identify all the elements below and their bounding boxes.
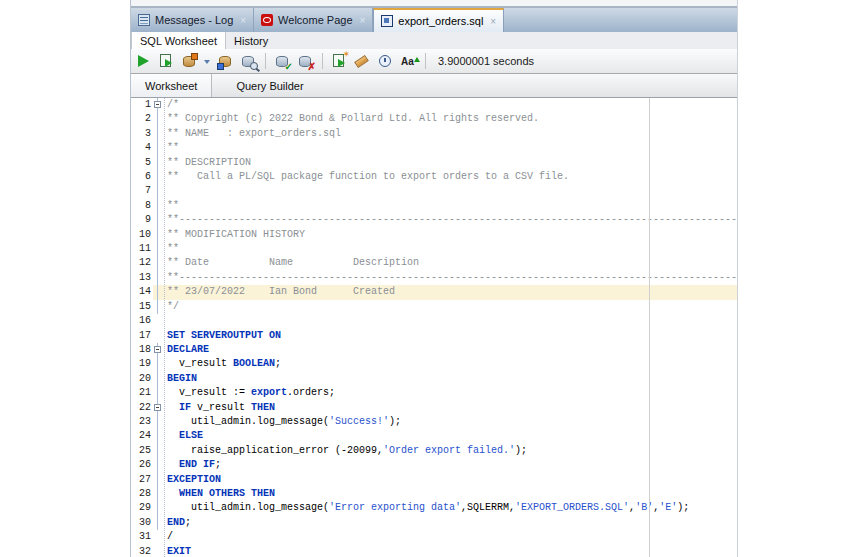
commit-icon[interactable]: ✓ xyxy=(274,53,291,70)
fold-gutter xyxy=(153,530,163,544)
tab-label: Welcome Page xyxy=(278,14,352,26)
tab-label: Messages - Log xyxy=(155,14,233,26)
code-line[interactable]: 19 v_result BOOLEAN; xyxy=(131,357,737,371)
code-editor[interactable]: 1/*2** Copyright (c) 2022 Bond & Pollard… xyxy=(131,98,737,557)
code-line[interactable]: 18DECLARE xyxy=(131,343,737,357)
unshared-worksheet-icon[interactable]: ✶ xyxy=(331,53,348,70)
fold-toggle-icon[interactable] xyxy=(154,404,161,411)
sql-history-icon[interactable] xyxy=(377,53,394,70)
code-line[interactable]: 4** xyxy=(131,141,737,155)
tab-sql-worksheet[interactable]: SQL Worksheet xyxy=(131,32,226,49)
tab-label: SQL Worksheet xyxy=(140,35,217,47)
code-line[interactable]: 7 xyxy=(131,184,737,198)
close-icon[interactable]: × xyxy=(240,15,246,26)
line-number: 30 xyxy=(131,516,153,530)
code-text: WHEN OTHERS THEN xyxy=(163,487,737,501)
code-text: END IF; xyxy=(163,458,737,472)
close-icon[interactable]: × xyxy=(490,16,496,27)
line-number: 28 xyxy=(131,487,153,501)
code-line[interactable]: 30END; xyxy=(131,516,737,530)
code-line[interactable]: 15*/ xyxy=(131,300,737,314)
code-line[interactable]: 21 v_result := export.orders; xyxy=(131,386,737,400)
code-line[interactable]: 22 IF v_result THEN xyxy=(131,401,737,415)
code-line[interactable]: 13**------------------------------------… xyxy=(131,271,737,285)
code-text: ** Date Name Description xyxy=(163,256,737,270)
autotrace-icon[interactable] xyxy=(181,53,198,70)
line-number: 18 xyxy=(131,343,153,357)
code-text: v_result BOOLEAN; xyxy=(163,357,737,371)
tab-messages-log[interactable]: Messages - Log × xyxy=(131,8,254,32)
fold-toggle-icon[interactable] xyxy=(154,346,161,353)
run-script-icon[interactable] xyxy=(158,53,175,70)
toolbar-separator xyxy=(425,53,426,69)
tab-worksheet[interactable]: Worksheet xyxy=(131,74,212,97)
clear-icon[interactable] xyxy=(354,53,371,70)
code-line[interactable]: 24 ELSE xyxy=(131,429,737,443)
code-line[interactable]: 3** NAME : export_orders.sql xyxy=(131,127,737,141)
run-statement-icon[interactable] xyxy=(135,53,152,70)
code-line[interactable]: 5** DESCRIPTION xyxy=(131,156,737,170)
line-number: 21 xyxy=(131,386,153,400)
code-line[interactable]: 6** Call a PL/SQL package function to ex… xyxy=(131,170,737,184)
line-number: 13 xyxy=(131,271,153,285)
fold-gutter xyxy=(153,300,163,314)
code-line[interactable]: 16 xyxy=(131,314,737,328)
tab-label: Query Builder xyxy=(236,80,303,92)
line-number: 14 xyxy=(131,285,153,299)
oracle-icon xyxy=(261,14,273,26)
code-line[interactable]: 10** MODIFICATION HISTORY xyxy=(131,228,737,242)
tab-label: History xyxy=(234,35,268,47)
code-line[interactable]: 28 WHEN OTHERS THEN xyxy=(131,487,737,501)
fold-gutter xyxy=(153,156,163,170)
rollback-icon[interactable]: ✗ xyxy=(297,53,314,70)
code-line[interactable]: 12** Date Name Description xyxy=(131,256,737,270)
fold-gutter xyxy=(153,444,163,458)
close-icon[interactable]: × xyxy=(360,15,366,26)
tab-welcome-page[interactable]: Welcome Page × xyxy=(254,8,373,32)
code-line[interactable]: 1/* xyxy=(131,98,737,112)
code-line[interactable]: 32EXIT xyxy=(131,545,737,557)
code-line[interactable]: 23 util_admin.log_message('Success!'); xyxy=(131,415,737,429)
sql-tuning-advisor-icon[interactable] xyxy=(240,53,257,70)
code-line[interactable]: 26 END IF; xyxy=(131,458,737,472)
line-number: 26 xyxy=(131,458,153,472)
code-text: BEGIN xyxy=(163,372,737,386)
line-number: 16 xyxy=(131,314,153,328)
line-number: 2 xyxy=(131,112,153,126)
toolbar-separator xyxy=(265,53,266,69)
autotrace-dropdown-icon[interactable] xyxy=(204,53,211,70)
code-text: DECLARE xyxy=(163,343,737,357)
code-line[interactable]: 17SET SERVEROUTPUT ON xyxy=(131,329,737,343)
code-line[interactable]: 29 util_admin.log_message('Error exporti… xyxy=(131,501,737,515)
code-line[interactable]: 8** xyxy=(131,199,737,213)
fold-gutter xyxy=(153,415,163,429)
line-number: 31 xyxy=(131,530,153,544)
explain-plan-icon[interactable] xyxy=(217,53,234,70)
code-line[interactable]: 31/ xyxy=(131,530,737,544)
code-line[interactable]: 9**-------------------------------------… xyxy=(131,213,737,227)
line-number: 32 xyxy=(131,545,153,557)
line-number: 11 xyxy=(131,242,153,256)
code-line[interactable]: 20BEGIN xyxy=(131,372,737,386)
code-line[interactable]: 14** 23/07/2022 Ian Bond Created xyxy=(131,285,737,299)
app-window: Messages - Log × Welcome Page × export_o… xyxy=(130,0,738,557)
code-text: **--------------------------------------… xyxy=(163,271,737,285)
code-line[interactable]: 27EXCEPTION xyxy=(131,473,737,487)
line-number: 5 xyxy=(131,156,153,170)
code-text: util_admin.log_message('Error exporting … xyxy=(163,501,737,515)
fold-gutter xyxy=(153,112,163,126)
code-line[interactable]: 2** Copyright (c) 2022 Bond & Pollard Lt… xyxy=(131,112,737,126)
line-number: 24 xyxy=(131,429,153,443)
messages-log-icon xyxy=(138,14,150,26)
tab-query-builder[interactable]: Query Builder xyxy=(222,74,317,97)
change-case-icon[interactable]: Aa xyxy=(400,53,417,70)
line-number: 27 xyxy=(131,473,153,487)
tab-history[interactable]: History xyxy=(226,32,276,49)
code-line[interactable]: 25 raise_application_error (-20099,'Orde… xyxy=(131,444,737,458)
code-line[interactable]: 11** xyxy=(131,242,737,256)
worksheet-toolbar: ✓ ✗ ✶ Aa 3.9000001 seconds xyxy=(131,49,737,74)
sql-file-icon xyxy=(381,15,393,27)
tab-export-orders-sql[interactable]: export_orders.sql × xyxy=(373,8,504,32)
fold-toggle-icon[interactable] xyxy=(154,101,161,108)
fold-gutter xyxy=(153,329,163,343)
